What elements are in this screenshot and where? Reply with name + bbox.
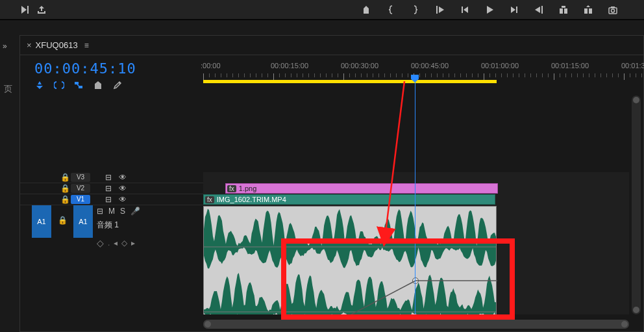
timeline-tools xyxy=(34,80,123,90)
waveform-left xyxy=(204,207,496,272)
lock-icon[interactable]: 🔒 xyxy=(60,184,69,193)
svg-rect-12 xyxy=(75,82,79,84)
svg-point-10 xyxy=(612,9,615,12)
target-patch-a1[interactable]: A1 xyxy=(73,205,93,238)
tab-close-icon[interactable]: × xyxy=(27,40,32,50)
track-output-icon[interactable]: ⊟ xyxy=(102,195,115,204)
voiceover-icon[interactable]: 🎤 xyxy=(130,207,140,216)
timeline-vscrollbar[interactable] xyxy=(632,96,641,314)
svg-rect-8 xyxy=(589,8,592,14)
eye-icon[interactable]: 👁 xyxy=(116,173,129,182)
track-header-v3[interactable]: 🔒 V3 ⊟ 👁 xyxy=(20,172,203,183)
svg-rect-7 xyxy=(584,8,588,14)
goto-in-icon[interactable] xyxy=(435,5,445,15)
tab-menu-icon[interactable]: ≡ xyxy=(84,41,89,50)
clip-name: IMG_1602.TRIM.MP4 xyxy=(217,196,286,203)
svg-rect-4 xyxy=(541,6,543,14)
keyframe-prev-icon[interactable]: ◂ xyxy=(114,238,118,248)
clip-a1[interactable]: fx L R xyxy=(203,206,497,314)
play-icon[interactable] xyxy=(484,5,495,15)
snapshot-icon[interactable] xyxy=(608,5,618,15)
track-header-v1[interactable]: 🔒 V1 ⊟ 👁 xyxy=(20,194,203,205)
side-panel-label: 页 xyxy=(4,83,12,95)
svg-rect-2 xyxy=(462,6,463,13)
sequence-tab-name[interactable]: XFUQ0613 xyxy=(36,40,78,50)
mark-in-icon[interactable] xyxy=(361,5,371,15)
mute-button[interactable]: M xyxy=(108,207,115,216)
timeline-hscrollbar[interactable] xyxy=(203,320,629,329)
lock-icon[interactable]: 🔒 xyxy=(60,195,69,204)
panel-collapse-icon[interactable]: » xyxy=(3,42,13,52)
lock-icon[interactable]: 🔒 xyxy=(60,173,69,182)
marker-icon[interactable] xyxy=(93,80,103,90)
source-patch-a1[interactable]: A1 xyxy=(32,205,51,238)
track-header-v2[interactable]: 🔒 V2 ⊟ 👁 xyxy=(20,183,203,194)
brace-close-icon[interactable] xyxy=(410,5,421,15)
track-label[interactable]: V1 xyxy=(71,195,90,204)
add-keyframe-icon[interactable]: ◇ xyxy=(121,238,127,248)
play-insert-icon[interactable] xyxy=(19,5,30,15)
timeline-panel: × XFUQ0613 ≡ 00:00:45:10 :00:0000:00:15:… xyxy=(19,35,644,332)
clip-v2[interactable]: fx 1.png xyxy=(225,183,498,194)
timeline-tracks-area[interactable]: fx 1.png fx IMG_1602.TRIM.MP4 fx L R xyxy=(203,172,629,314)
keyframe-diamond-icon[interactable]: ◇ xyxy=(97,238,104,248)
svg-rect-1 xyxy=(436,6,438,14)
step-back-icon[interactable] xyxy=(460,5,470,15)
track-output-icon[interactable]: ⊟ xyxy=(102,173,115,182)
audio-track-name: 音频 1 xyxy=(97,220,119,231)
brace-open-icon[interactable] xyxy=(386,5,396,15)
clip-v1[interactable]: fx IMG_1602.TRIM.MP4 xyxy=(203,194,495,205)
svg-rect-3 xyxy=(516,6,517,13)
svg-rect-11 xyxy=(611,6,615,8)
clip-name: 1.png xyxy=(239,185,257,192)
keyframe-next-icon[interactable]: ▸ xyxy=(131,238,135,248)
settings-icon[interactable] xyxy=(112,80,123,90)
lock-icon[interactable]: 🔒 xyxy=(58,216,68,225)
lift-icon[interactable] xyxy=(558,5,569,15)
track-header-a1[interactable]: A1 🔒 A1 ⊟ M S 🎤 音频 1 ◇ . ◂ ◇ ▸ xyxy=(20,205,203,296)
fx-badge[interactable]: fx xyxy=(205,196,214,203)
track-headers: 🔒 V3 ⊟ 👁 🔒 V2 ⊟ 👁 🔒 V1 ⊟ 👁 A1 🔒 A1 ⊟ xyxy=(20,172,203,205)
playhead[interactable] xyxy=(415,76,415,314)
eye-icon[interactable]: 👁 xyxy=(116,184,129,193)
fx-badge[interactable]: fx xyxy=(227,185,236,192)
linked-selection-icon[interactable] xyxy=(73,80,84,90)
snap-icon[interactable] xyxy=(54,80,64,90)
track-label[interactable]: V3 xyxy=(71,173,90,182)
track-label[interactable]: V2 xyxy=(71,184,90,193)
playhead-timecode[interactable]: 00:00:45:10 xyxy=(34,60,136,77)
step-fwd-icon[interactable] xyxy=(509,5,519,15)
nest-icon[interactable] xyxy=(34,80,45,90)
track-output-icon[interactable]: ⊟ xyxy=(102,184,115,193)
svg-rect-5 xyxy=(560,8,563,14)
program-transport-bar xyxy=(0,0,644,19)
timeline-tab-bar: × XFUQ0613 ≡ xyxy=(20,36,643,55)
goto-out-icon[interactable] xyxy=(534,5,544,15)
time-ruler[interactable]: :00:0000:00:15:0000:00:30:0000:00:45:000… xyxy=(203,62,643,90)
eye-icon[interactable]: 👁 xyxy=(116,195,129,204)
track-output-icon[interactable]: ⊟ xyxy=(97,207,103,216)
extract-icon[interactable] xyxy=(583,5,593,15)
work-area-bar[interactable] xyxy=(203,80,497,83)
svg-rect-0 xyxy=(27,6,29,14)
solo-button[interactable]: S xyxy=(120,207,125,216)
volume-rubberband[interactable] xyxy=(204,272,497,314)
export-icon[interactable] xyxy=(36,5,47,15)
svg-rect-6 xyxy=(564,8,567,14)
